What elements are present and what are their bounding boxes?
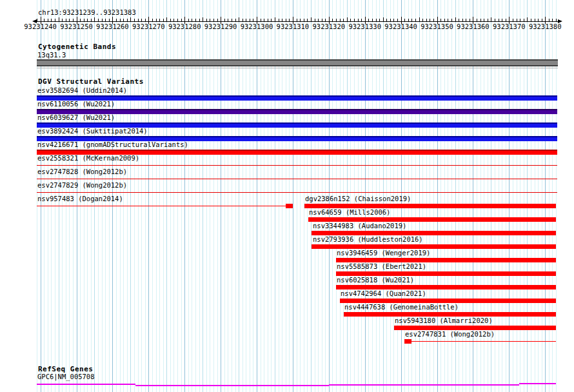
ruler-tick [206,19,207,21]
ruler-tick [275,17,275,21]
ruler-tick [188,19,189,21]
ruler-tick [470,19,470,21]
ruler-tick-label: 93231310 [275,23,311,30]
ruler-tick [411,19,412,21]
ruler-tick [271,19,272,21]
ruler-tick [513,19,513,21]
variant-line[interactable] [37,206,286,206]
variant-bar[interactable] [304,204,556,208]
ruler-tick [430,19,430,21]
ruler-tick [393,19,394,21]
ruler-tick [466,19,466,21]
ruler-tick [239,17,239,21]
gene-label: GPC6|NM_005708 [37,373,95,380]
variant-label[interactable]: esv2747829 (Wong2012b) [37,181,127,189]
ruler-tick [350,19,351,21]
variant-label[interactable]: nsv6110056 (Wu2021) [37,100,115,108]
variant-label[interactable]: esv3582694 (Uddin2014) [37,86,127,94]
ruler-tick [261,19,261,21]
ruler-tick [372,19,373,21]
gene-line-segment[interactable] [519,383,556,384]
variant-line[interactable] [37,192,557,193]
variant-line[interactable] [37,165,557,166]
ruler-tick [549,19,549,21]
gene-line-segment[interactable] [37,384,135,385]
ruler-tick [145,19,146,21]
variant-bar[interactable] [336,285,556,289]
variant-label[interactable]: nsv2793936 (Huddleston2016) [313,235,423,243]
ruler-tick [336,19,337,21]
variant-bar[interactable] [312,244,556,249]
ruler-tick [37,19,37,21]
variant-bar[interactable] [308,217,556,222]
ruler-tick [138,19,139,21]
variant-label[interactable]: nsv5943180 (Almarri2020) [395,317,493,324]
ruler-tick [170,19,171,21]
ruler-tick [520,19,520,21]
variant-label[interactable]: esv3892424 (Suktitipat2014) [37,127,148,135]
ruler-tick [419,17,420,21]
variant-label[interactable]: nsv4216671 (gnomADStructuralVariants) [37,141,188,148]
variant-bar[interactable] [340,299,556,303]
variant-bar[interactable] [394,326,556,330]
ruler-tick [181,19,182,21]
variant-label[interactable]: nsv6025818 (Wu2021) [337,276,414,284]
ruler-tick [448,19,448,21]
ruler-tick [166,17,167,21]
section-title-dgv-structural-variants: DGV Structural Variants [38,77,144,86]
variant-line[interactable] [37,179,557,179]
ruler-tick [531,19,531,21]
ruler-tick [98,19,99,21]
variant-bar[interactable] [336,271,556,276]
ruler-tick [286,19,286,21]
variant-bar[interactable] [344,312,556,317]
cytoband-bar[interactable] [37,59,558,66]
ruler-tick [459,19,459,21]
ruler-tick [524,19,524,21]
ruler-tick [300,19,301,21]
variant-label[interactable]: nsv4447638 (GenomeinaBottle) [344,303,459,311]
gene-line-segment[interactable] [329,384,519,386]
ruler-tick [527,17,528,21]
ruler-tick [390,19,391,21]
ruler-tick [408,19,409,21]
ruler-tick [340,19,341,21]
variant-line[interactable] [411,341,556,342]
variant-label[interactable]: nsv5585873 (Ebert2021) [337,262,426,270]
variant-label[interactable]: nsv6039627 (Wu2021) [37,113,115,121]
ruler-tick [62,19,63,21]
ruler-tick-label: 93231360 [455,23,491,30]
ruler-line [37,21,558,22]
ruler-tick [141,19,142,21]
variant-label[interactable]: nsv3344983 (Audano2019) [313,222,406,230]
ruler-tick [517,19,517,21]
ruler-tick [325,19,326,21]
ruler-tick [358,19,359,21]
gene-line-segment[interactable] [135,385,329,386]
ruler-tick [542,19,542,21]
variant-label[interactable]: nsv64659 (Mills2006) [309,208,390,216]
variant-label[interactable]: dgv2386n152 (Chaisson2019) [305,195,411,202]
variant-label[interactable]: esv2747831 (Wong2012b) [405,330,495,338]
ruler-tick [343,19,344,21]
ruler-tick [217,19,218,21]
ruler-tick [415,19,416,21]
cytoband-label: 13q31.3 [37,51,66,59]
variant-label[interactable]: esv2747828 (Wong2012b) [37,168,127,175]
variant-bar[interactable] [336,258,556,262]
ruler-tick [386,19,387,21]
ruler-tick [242,19,243,21]
variant-label[interactable]: nsv957483 (Dogan2014) [37,195,123,202]
ruler-tick-label: 93231270 [130,23,166,30]
variant-endpoint-box[interactable] [404,339,411,344]
ruler-tick-label: 93231350 [419,23,455,30]
ruler-tick [433,19,434,21]
variant-bar[interactable] [312,231,556,235]
variant-label[interactable]: esv2558321 (McKernan2009) [37,154,139,162]
ruler-tick [376,19,377,21]
variant-label[interactable]: nsv4742964 (Quan2021) [341,289,426,297]
ruler-tick [44,19,45,21]
ruler-tick [48,19,48,21]
variant-label[interactable]: nsv3946459 (Wenger2019) [337,249,430,257]
variant-endpoint-box[interactable] [286,204,293,208]
